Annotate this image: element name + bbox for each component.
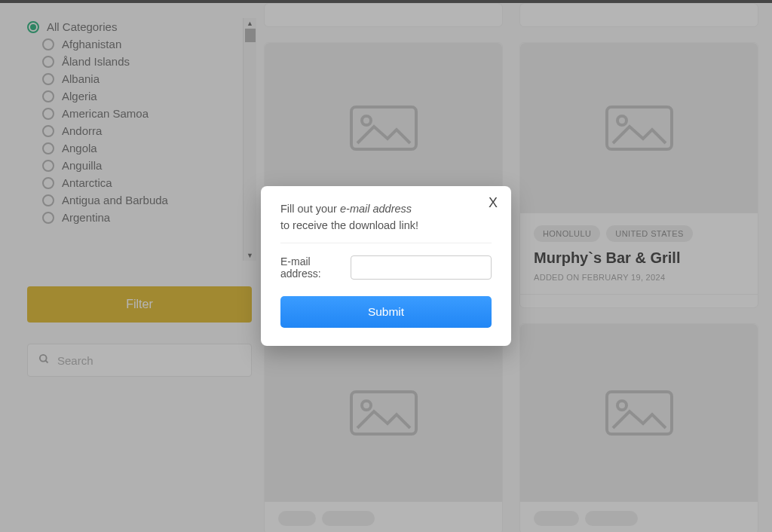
modal-text-em: e-mail address xyxy=(340,203,412,215)
email-label: E-mail address: xyxy=(280,255,340,280)
modal-field-row: E-mail address: xyxy=(280,255,492,280)
submit-button[interactable]: Submit xyxy=(280,296,492,328)
modal-overlay: X Fill out your e-mail address to receiv… xyxy=(0,0,772,532)
modal-text: Fill out your e-mail address to receive … xyxy=(280,201,492,243)
email-modal: X Fill out your e-mail address to receiv… xyxy=(261,186,511,345)
modal-text-prefix: Fill out your xyxy=(280,203,340,215)
modal-text-line2: to receive the download link! xyxy=(280,219,418,231)
email-input[interactable] xyxy=(351,255,492,280)
close-icon[interactable]: X xyxy=(489,195,498,211)
